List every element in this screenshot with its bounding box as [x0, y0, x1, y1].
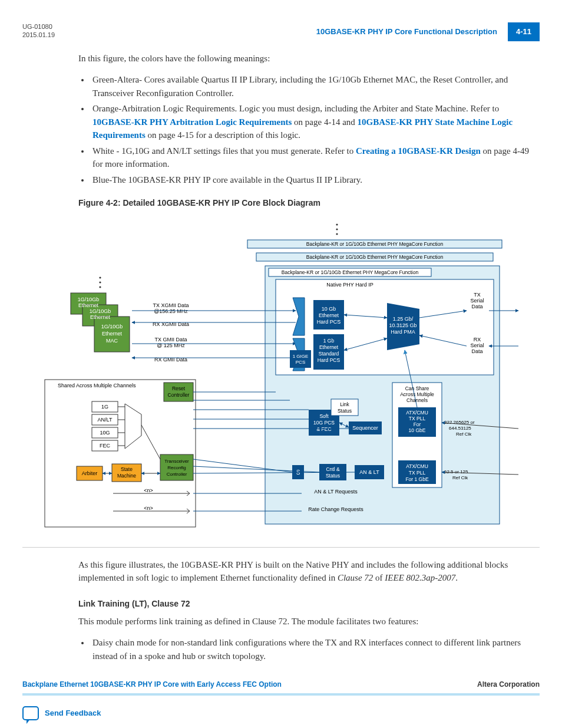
svg-text:& FEC: & FEC	[316, 426, 331, 432]
svg-text:Controller: Controller	[167, 472, 187, 477]
lt-feature-daisy-chain: Daisy chain mode for non-standard link c…	[90, 636, 534, 663]
svg-text:Standard: Standard	[319, 351, 339, 357]
svg-text:AN/LT: AN/LT	[98, 417, 113, 423]
svg-text:AN & LT: AN & LT	[359, 469, 379, 475]
svg-text:Reset: Reset	[172, 386, 186, 391]
svg-text:Across Multiple: Across Multiple	[400, 391, 434, 397]
svg-text:TX: TX	[474, 292, 481, 298]
svg-text:Hard PMA: Hard PMA	[391, 329, 415, 335]
svg-text:<n>: <n>	[144, 487, 153, 493]
color-legend-list: Green-Altera- Cores available Quartus II…	[90, 73, 534, 186]
doc-date: 2015.01.19	[22, 31, 55, 39]
legend-orange: Orange-Arbitration Logic Requirements. L…	[90, 102, 534, 142]
svg-text:Rate Change Requests: Rate Change Requests	[308, 506, 363, 512]
svg-text:Reconfig: Reconfig	[167, 465, 186, 470]
feedback-icon	[22, 706, 39, 720]
block-diagram: Backplane-KR or 1G/10Gb Ethernet PHY Meg…	[42, 218, 520, 534]
footer-chapter-title: Backplane Ethernet 10GBASE-KR PHY IP Cor…	[22, 679, 282, 690]
intro-text: In this figure, the colors have the foll…	[78, 52, 534, 65]
svg-rect-54	[290, 350, 311, 368]
svg-text:Soft: Soft	[319, 413, 329, 419]
svg-text:Cntl &: Cntl &	[326, 466, 339, 472]
page-footer: Backplane Ethernet 10GBASE-KR PHY IP Cor…	[22, 679, 540, 696]
svg-text:Backplane-KR or 1G/10Gb Ethern: Backplane-KR or 1G/10Gb Ethernet PHY Meg…	[306, 254, 444, 260]
svg-text:62.5 or 125: 62.5 or 125	[444, 469, 468, 475]
svg-point-2	[336, 233, 338, 235]
svg-text:Hard PCS: Hard PCS	[317, 319, 341, 325]
svg-text:1G/10Gb: 1G/10Gb	[90, 308, 111, 314]
svg-text:Serial: Serial	[470, 342, 484, 348]
svg-point-0	[336, 223, 338, 225]
link-training-heading: Link Training (LT), Clause 72	[78, 598, 540, 610]
svg-text:TX GMII Data: TX GMII Data	[154, 337, 187, 342]
doc-id: UG-01080 2015.01.19	[22, 22, 55, 39]
svg-text:Arbiter: Arbiter	[82, 470, 98, 476]
link-creating-design[interactable]: Creating a 10GBASE-KR Design	[356, 146, 481, 156]
svg-text:State: State	[121, 466, 133, 472]
send-feedback-link[interactable]: Send Feedback	[22, 706, 540, 720]
svg-text:Sequencer: Sequencer	[352, 425, 378, 431]
lt-intro: This module performs link training as de…	[78, 615, 534, 628]
svg-text:10 Gb: 10 Gb	[322, 306, 336, 312]
svg-text:Status: Status	[338, 408, 352, 414]
doc-number: UG-01080	[22, 22, 55, 31]
svg-text:Ref Clk: Ref Clk	[452, 475, 468, 480]
svg-text:1G: 1G	[101, 404, 108, 410]
svg-text:Serial: Serial	[470, 298, 484, 304]
svg-text:Data: Data	[471, 348, 482, 354]
svg-text:Ethernet: Ethernet	[102, 331, 123, 337]
svg-text:ATX/CMU: ATX/CMU	[406, 410, 428, 416]
svg-text:MAC: MAC	[106, 338, 118, 344]
figure-caption: Figure 4-2: Detailed 10GBASE-KR PHY IP C…	[78, 197, 540, 209]
svg-text:Native PHY Hard IP: Native PHY Hard IP	[326, 282, 373, 288]
legend-blue: Blue-The 10GBASE-KR PHY IP core availabl…	[90, 173, 534, 187]
svg-text:Backplane-KR or 1G/10Gb Ethern: Backplane-KR or 1G/10Gb Ethernet PHY Meg…	[306, 241, 444, 247]
footer-company: Altera Corporation	[477, 679, 540, 690]
svg-point-1	[336, 228, 338, 230]
svg-text:TX XGMII Data: TX XGMII Data	[153, 302, 189, 308]
svg-text:Ethernet: Ethernet	[319, 312, 339, 318]
svg-text:1G/10Gb: 1G/10Gb	[101, 324, 123, 330]
svg-point-21	[99, 281, 101, 283]
svg-text:Shared Across Multiple Channel: Shared Across Multiple Channels	[58, 383, 136, 388]
svg-text:10G: 10G	[100, 430, 110, 436]
svg-text:TX PLL: TX PLL	[409, 470, 426, 476]
svg-text:<n>: <n>	[144, 505, 153, 511]
svg-text:Link: Link	[340, 401, 349, 407]
svg-text:Ethernet: Ethernet	[90, 314, 111, 320]
svg-text:Ethernet: Ethernet	[319, 344, 339, 350]
svg-text:@156.25 MHz: @156.25 MHz	[154, 308, 188, 314]
svg-text:Data: Data	[471, 304, 482, 309]
svg-text:1 GIGE: 1 GIGE	[293, 354, 309, 359]
svg-text:Machine: Machine	[117, 473, 136, 479]
svg-text:RX: RX	[474, 337, 481, 342]
svg-text:Ref Clk: Ref Clk	[456, 431, 472, 437]
svg-text:ATX/CMU: ATX/CMU	[406, 463, 428, 469]
svg-text:Transceiver: Transceiver	[164, 459, 189, 464]
svg-text:Controller: Controller	[168, 392, 190, 398]
link-arb-logic[interactable]: 10GBASE-KR PHY Arbitration Logic Require…	[92, 117, 292, 127]
svg-text:PCS: PCS	[296, 360, 305, 365]
page-number-badge: 4-11	[508, 22, 540, 41]
svg-text:10 GbE: 10 GbE	[409, 427, 426, 433]
svg-text:AN & LT Requests: AN & LT Requests	[314, 489, 358, 495]
svg-point-22	[99, 286, 101, 288]
svg-text:Hard PCS: Hard PCS	[318, 357, 340, 363]
svg-text:For: For	[414, 421, 421, 427]
svg-text:1.25 Gb/: 1.25 Gb/	[393, 316, 414, 322]
after-figure-text: As this figure illustrates, the 10GBASE-…	[78, 558, 534, 585]
svg-text:1G/10Gb: 1G/10Gb	[78, 297, 100, 302]
svg-text:Status: Status	[326, 473, 340, 479]
svg-text:For 1 GbE: For 1 GbE	[405, 476, 429, 482]
lt-feature-list: Daisy chain mode for non-standard link c…	[90, 636, 534, 663]
legend-white: White - 1G,10G and AN/LT settings files …	[90, 144, 534, 171]
divider	[22, 547, 540, 548]
svg-text:Can Share: Can Share	[405, 386, 429, 391]
legend-green: Green-Altera- Cores available Quartus II…	[90, 73, 534, 100]
svg-text:FEC: FEC	[100, 443, 111, 449]
svg-text:Backplane-KR or 1G/10Gb Ethern: Backplane-KR or 1G/10Gb Ethernet PHY Meg…	[282, 269, 419, 275]
svg-text:10.3125 Gb: 10.3125 Gb	[389, 322, 416, 328]
svg-text:TX PLL: TX PLL	[409, 416, 426, 421]
svg-text:1 Gb: 1 Gb	[323, 338, 335, 344]
page-header: UG-01080 2015.01.19 10GBASE-KR PHY IP Co…	[22, 22, 540, 41]
